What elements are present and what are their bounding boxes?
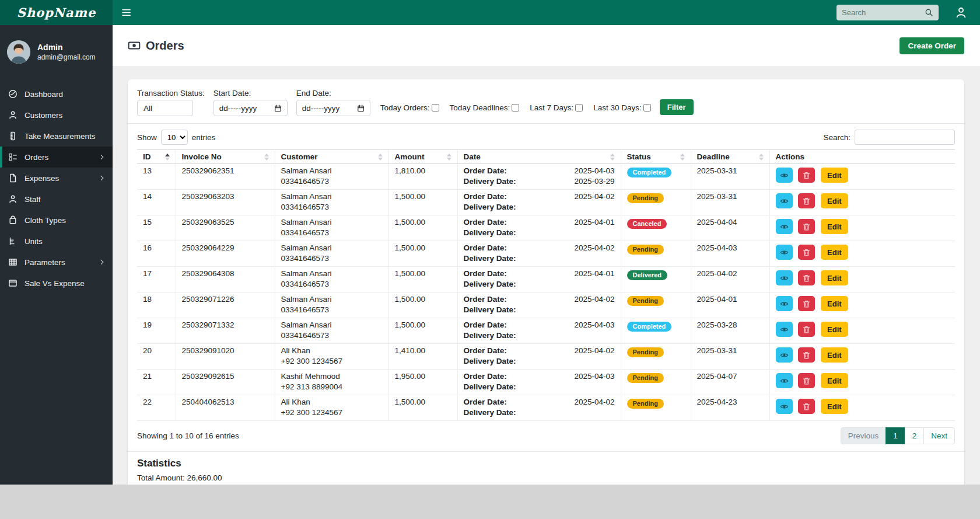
filter-button[interactable]: Filter — [660, 99, 694, 115]
edit-button[interactable]: Edit — [821, 193, 848, 208]
sidebar-item-orders[interactable]: Orders — [0, 147, 113, 168]
view-button[interactable] — [776, 373, 793, 388]
delete-button[interactable] — [798, 270, 815, 285]
status-filter-select[interactable]: All — [137, 100, 193, 116]
eye-icon — [780, 171, 789, 180]
sidebar-item-parameters[interactable]: Parameters — [0, 252, 113, 273]
chevron-right-icon — [99, 154, 106, 161]
checkbox-input[interactable] — [512, 104, 519, 112]
create-order-button[interactable]: Create Order — [900, 37, 964, 54]
bottom-band — [0, 485, 980, 519]
eye-icon — [780, 222, 789, 231]
column-header-actions: Actions — [769, 150, 955, 164]
filter-checkbox-today-deadlines[interactable]: Today Deadlines: — [450, 103, 520, 112]
sidebar-item-take-measurements[interactable]: Take Measurements — [0, 126, 113, 147]
column-header-id[interactable]: ID — [137, 150, 176, 164]
start-date-label: Start Date: — [214, 89, 288, 97]
view-button[interactable] — [776, 296, 793, 311]
sidebar-item-cloth-types[interactable]: Cloth Types — [0, 210, 113, 231]
pagination-next[interactable]: Next — [923, 427, 955, 444]
column-header-invoice-no[interactable]: Invoice No — [176, 150, 275, 164]
sidebar-item-customers[interactable]: Customers — [0, 105, 113, 126]
filter-checkbox-last-7-days[interactable]: Last 7 Days: — [530, 103, 583, 112]
eye-icon — [780, 274, 789, 283]
calendar-icon[interactable] — [357, 105, 365, 112]
sidebar-item-units[interactable]: Units — [0, 231, 113, 252]
edit-button[interactable]: Edit — [821, 296, 848, 311]
edit-button[interactable]: Edit — [821, 322, 848, 337]
table-row: 20 250329091020 Ali Khan +92 300 1234567… — [137, 344, 955, 370]
column-header-date[interactable]: Date — [457, 150, 621, 164]
pagination-page-2[interactable]: 2 — [905, 427, 925, 444]
user-menu-icon[interactable] — [955, 6, 967, 19]
search-input[interactable] — [842, 8, 921, 17]
delivery-date-label: Delivery Date: — [464, 279, 516, 290]
view-button[interactable] — [776, 322, 793, 337]
view-button[interactable] — [776, 347, 793, 363]
delete-button[interactable] — [798, 399, 815, 414]
status-badge: Pending — [627, 245, 664, 255]
view-button[interactable] — [776, 168, 793, 183]
sidebar-item-dashboard[interactable]: Dashboard — [0, 83, 113, 105]
table-row: 13 250329062351 Salman Ansari 0334164657… — [137, 164, 955, 190]
filter-checkbox-last-30-days[interactable]: Last 30 Days: — [593, 103, 651, 112]
customer-name: Salman Ansari — [281, 294, 383, 305]
status-badge: Pending — [627, 296, 664, 306]
delete-button[interactable] — [798, 245, 815, 260]
filter-checkbox-today-orders[interactable]: Today Orders: — [380, 103, 439, 112]
table-search: Search: — [823, 130, 955, 145]
trash-icon — [802, 222, 811, 231]
page-length-select[interactable]: 10 — [161, 130, 188, 145]
edit-button[interactable]: Edit — [821, 270, 848, 285]
delete-button[interactable] — [798, 296, 815, 311]
edit-button[interactable]: Edit — [821, 168, 848, 183]
delivery-date-label: Delivery Date: — [464, 356, 516, 367]
edit-button[interactable]: Edit — [821, 219, 848, 234]
search-icon[interactable] — [925, 8, 933, 17]
sidebar-item-label: Dashboard — [24, 90, 63, 99]
order-date-value: 2025-04-02 — [574, 346, 614, 356]
pagination-previous[interactable]: Previous — [841, 427, 887, 444]
edit-button[interactable]: Edit — [821, 347, 848, 363]
delete-button[interactable] — [798, 373, 815, 388]
start-date-value: dd-----yyyy — [219, 104, 271, 113]
sidebar-item-staff[interactable]: Staff — [0, 189, 113, 210]
view-button[interactable] — [776, 270, 793, 285]
edit-button[interactable]: Edit — [821, 373, 848, 388]
delete-button[interactable] — [798, 347, 815, 363]
sidebar-item-expenses[interactable]: Expenses — [0, 168, 113, 189]
delete-button[interactable] — [798, 322, 815, 337]
delete-button[interactable] — [798, 219, 815, 234]
edit-button[interactable]: Edit — [821, 399, 848, 414]
view-button[interactable] — [776, 399, 793, 414]
order-date-label: Order Date: — [464, 243, 507, 253]
customer-phone: 03341646573 — [281, 228, 383, 238]
calendar-icon[interactable] — [274, 105, 282, 112]
edit-button[interactable]: Edit — [821, 245, 848, 260]
delete-button[interactable] — [798, 193, 815, 208]
delete-button[interactable] — [798, 168, 815, 183]
column-header-customer[interactable]: Customer — [275, 150, 388, 164]
sidebar-item-sale-vs-expense[interactable]: Sale Vs Expense — [0, 273, 113, 294]
table-row: 16 250329064229 Salman Ansari 0334164657… — [137, 241, 955, 267]
column-header-deadline[interactable]: Deadline — [691, 150, 769, 164]
column-header-amount[interactable]: Amount — [388, 150, 457, 164]
main-area: Orders Create Order Transaction Status: … — [113, 0, 980, 485]
end-date-input[interactable]: dd-----yyyy — [296, 100, 370, 116]
table-footer: Showing 1 to 10 of 16 entries Previous12… — [137, 427, 955, 444]
order-date-label: Order Date: — [464, 320, 507, 330]
user-profile: Admin admin@gmail.com — [0, 25, 113, 74]
checkbox-input[interactable] — [432, 104, 439, 112]
table-search-input[interactable] — [855, 130, 955, 145]
pagination: Previous12Next — [841, 427, 955, 444]
view-button[interactable] — [776, 245, 793, 260]
page-title: Orders — [128, 39, 184, 53]
pagination-page-1[interactable]: 1 — [886, 427, 905, 444]
start-date-input[interactable]: dd-----yyyy — [214, 100, 288, 116]
view-button[interactable] — [776, 219, 793, 234]
checkbox-input[interactable] — [575, 104, 583, 112]
checkbox-input[interactable] — [643, 104, 651, 112]
menu-icon[interactable] — [121, 7, 132, 18]
view-button[interactable] — [776, 193, 793, 208]
column-header-status[interactable]: Status — [621, 150, 691, 164]
